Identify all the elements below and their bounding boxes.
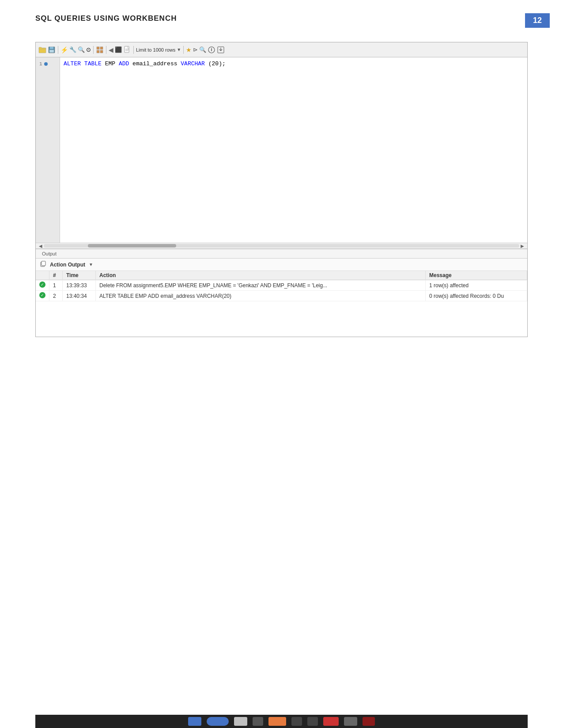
scroll-thumb[interactable] <box>88 244 176 248</box>
table-row: 2 13:40:34 ALTER TABLE EMP ADD email_add… <box>36 291 527 301</box>
sep1 <box>58 46 58 54</box>
svg-rect-6 <box>97 50 99 53</box>
inspect-icon[interactable] <box>208 46 215 54</box>
row2-num-cell: 2 <box>49 291 63 301</box>
col-header-message: Message <box>426 271 527 280</box>
col-header-num: # <box>49 271 63 280</box>
keyword-add: ADD <box>119 60 129 67</box>
svg-rect-3 <box>49 50 54 53</box>
row1-status-ok-icon <box>39 281 45 288</box>
export-icon[interactable] <box>217 46 225 54</box>
sep5 <box>183 46 184 54</box>
code-area[interactable]: ALTER TABLE EMP ADD email_address VARCHA… <box>60 57 527 243</box>
workbench-toolbar: ⚡ 🔧 🔍 ⊙ ◀ ⬛ Limit to 1000 rows ▼ ★ ⊳ 🔍 <box>36 42 527 57</box>
output-section: Output Action Output ▼ # Time Action Mes… <box>36 249 527 337</box>
sep3 <box>106 46 106 54</box>
action-output-copy-icon <box>39 260 46 269</box>
action-output-dropdown-arrow[interactable]: ▼ <box>89 262 93 267</box>
taskbar-item-1[interactable] <box>188 717 201 726</box>
line-num-label: 1 <box>39 61 42 67</box>
scroll-left-arrow[interactable]: ◀ <box>38 244 44 248</box>
circle-icon[interactable]: ⊙ <box>86 46 91 53</box>
star-icon[interactable]: ★ <box>186 46 192 53</box>
table-row: 1 13:39:33 Delete FROM assignment5.EMP W… <box>36 280 527 291</box>
limit-label: Limit to 1000 rows <box>136 47 175 53</box>
taskbar-item-6[interactable] <box>291 717 302 726</box>
col-header-status <box>36 271 49 280</box>
line-numbers-gutter: 1 <box>36 57 60 243</box>
svg-rect-18 <box>42 261 45 266</box>
svg-rect-7 <box>100 50 103 53</box>
keyword-varchar: VARCHAR <box>181 60 205 67</box>
output-tabs-bar: Output <box>36 249 527 259</box>
row2-status-ok-icon <box>39 292 45 298</box>
save-icon[interactable] <box>48 46 56 54</box>
execute-icon[interactable]: 🔧 <box>69 46 76 53</box>
table-header-row: # Time Action Message <box>36 271 527 280</box>
col-header-action: Action <box>96 271 426 280</box>
stop-icon[interactable]: ⬛ <box>115 46 122 53</box>
taskbar-item-8[interactable] <box>323 717 339 726</box>
open-folder-icon[interactable] <box>38 46 46 54</box>
taskbar-item-5[interactable] <box>268 717 286 726</box>
svg-rect-8 <box>125 46 129 53</box>
line-dot-indicator <box>44 62 48 66</box>
scroll-right-arrow[interactable]: ▶ <box>519 244 525 248</box>
horizontal-scrollbar[interactable]: ◀ ▶ <box>36 243 527 249</box>
workbench-window: ⚡ 🔧 🔍 ⊙ ◀ ⬛ Limit to 1000 rows ▼ ★ ⊳ 🔍 <box>35 42 528 337</box>
zoom-icon[interactable]: 🔍 <box>199 46 206 53</box>
taskbar-item-2[interactable] <box>207 717 229 726</box>
sep4 <box>133 46 134 54</box>
output-tab[interactable]: Output <box>39 250 59 257</box>
lightning-icon[interactable]: ⚡ <box>60 46 68 53</box>
row2-time-cell: 13:40:34 <box>63 291 96 301</box>
scroll-track[interactable] <box>44 244 519 248</box>
row1-message-cell: 1 row(s) affected <box>426 280 527 291</box>
col-header-time: Time <box>63 271 96 280</box>
svg-rect-4 <box>97 47 99 49</box>
taskbar-item-9[interactable] <box>344 717 357 726</box>
code-editor: 1 ALTER TABLE EMP ADD email_address VARC… <box>36 57 527 243</box>
results-table: # Time Action Message 1 13:39:33 Delete … <box>36 271 527 301</box>
doc-icon[interactable] <box>123 46 131 54</box>
grid-icon[interactable] <box>96 46 104 54</box>
keyword-table: TABLE <box>84 60 102 67</box>
taskbar-item-4[interactable] <box>253 717 263 726</box>
row1-status-cell <box>36 280 49 291</box>
svg-rect-5 <box>100 47 103 49</box>
taskbar-item-3[interactable] <box>234 717 247 726</box>
taskbar-item-10[interactable] <box>363 717 375 726</box>
page-number: 12 <box>525 13 550 28</box>
taskbar <box>35 715 528 728</box>
row2-action-cell: ALTER TABLE EMP ADD email_address VARCHA… <box>96 291 426 301</box>
back-icon[interactable]: ◀ <box>109 46 113 53</box>
action-output-bar: Action Output ▼ <box>36 259 527 271</box>
search-icon[interactable]: 🔍 <box>78 46 85 53</box>
action-output-label: Action Output <box>50 262 85 268</box>
row1-action-cell: Delete FROM assignment5.EMP WHERE EMP_LN… <box>96 280 426 291</box>
svg-rect-2 <box>50 47 53 49</box>
output-empty-space <box>36 301 527 337</box>
row2-message-cell: 0 row(s) affected Records: 0 Du <box>426 291 527 301</box>
filter-icon[interactable]: ⊳ <box>193 46 198 53</box>
taskbar-icons <box>188 717 375 726</box>
row1-time-cell: 13:39:33 <box>63 280 96 291</box>
taskbar-item-7[interactable] <box>307 717 318 726</box>
line-number-1: 1 <box>38 60 58 68</box>
row2-status-cell <box>36 291 49 301</box>
keyword-alter: ALTER <box>64 60 81 67</box>
sep2 <box>93 46 94 54</box>
code-line-1: ALTER TABLE EMP ADD email_address VARCHA… <box>64 60 524 68</box>
row1-num-cell: 1 <box>49 280 63 291</box>
page-title: SQL QUERIES USING WORKBENCH <box>35 14 177 23</box>
